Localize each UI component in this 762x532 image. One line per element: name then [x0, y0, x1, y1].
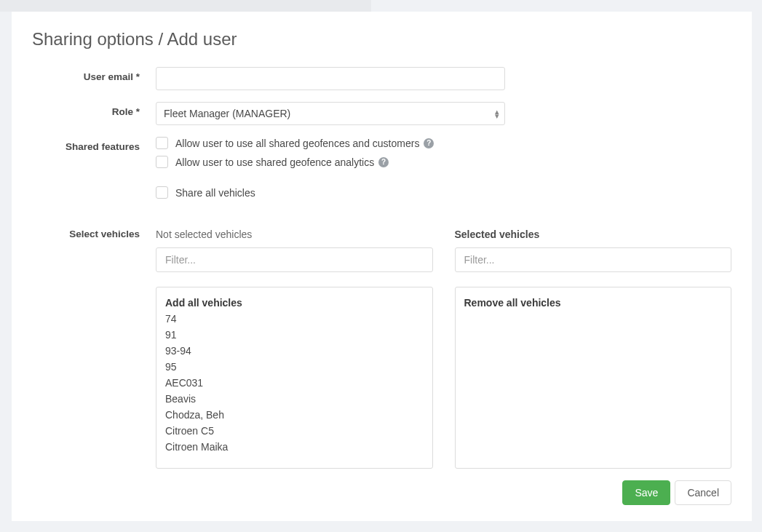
save-button[interactable]: Save	[622, 480, 670, 505]
row-user-email: User email *	[32, 67, 731, 90]
user-email-input[interactable]	[156, 67, 505, 90]
not-selected-listbox[interactable]: Add all vehicles 749193-9495AEC031Beavis…	[156, 287, 433, 469]
list-item[interactable]: 74	[156, 311, 432, 327]
checkbox-analytics[interactable]	[156, 156, 168, 168]
add-all-vehicles[interactable]: Add all vehicles	[156, 295, 432, 311]
selected-filter-input[interactable]	[455, 247, 732, 272]
list-item[interactable]: 93-94	[156, 343, 432, 359]
row-shared-features: Shared features Allow user to use all sh…	[32, 137, 731, 205]
list-item[interactable]: 91	[156, 327, 432, 343]
checkbox-geofences-label: Allow user to use all shared geofences a…	[175, 138, 419, 149]
selected-header: Selected vehicles	[455, 229, 732, 240]
checkbox-row-geofences: Allow user to use all shared geofences a…	[156, 137, 731, 149]
help-icon[interactable]: ?	[378, 157, 389, 167]
checkbox-row-shareall: Share all vehicles	[156, 186, 731, 199]
selected-listbox[interactable]: Remove all vehicles	[455, 287, 732, 469]
list-item[interactable]: 95	[156, 359, 432, 375]
shared-features-group: Allow user to use all shared geofences a…	[156, 137, 731, 205]
label-select-vehicles: Select vehicles	[32, 229, 156, 239]
backdrop-strip	[0, 0, 371, 12]
footer-actions: Save Cancel	[622, 480, 731, 505]
list-item[interactable]: Citroen C5	[156, 423, 432, 439]
not-selected-column: Not selected vehicles Add all vehicles 7…	[156, 229, 433, 469]
wrap-role: Fleet Manager (MANAGER) ▴▾	[156, 102, 505, 125]
checkbox-share-all-label: Share all vehicles	[175, 187, 255, 199]
role-select-wrap: Fleet Manager (MANAGER) ▴▾	[156, 102, 505, 125]
checkbox-row-analytics: Allow user to use shared geofence analyt…	[156, 156, 731, 168]
checkbox-share-all[interactable]	[156, 186, 168, 199]
not-selected-filter-input[interactable]	[156, 247, 433, 272]
help-icon[interactable]: ?	[424, 138, 434, 148]
sharing-options-modal: Sharing options / Add user User email * …	[12, 12, 752, 521]
row-role: Role * Fleet Manager (MANAGER) ▴▾	[32, 102, 731, 125]
wrap-user-email	[156, 67, 505, 90]
checkbox-analytics-label: Allow user to use shared geofence analyt…	[175, 156, 374, 168]
selected-column: Selected vehicles Remove all vehicles	[455, 229, 732, 469]
role-select[interactable]: Fleet Manager (MANAGER)	[156, 102, 505, 125]
vehicles-section: Select vehicles Not selected vehicles Ad…	[32, 229, 731, 469]
not-selected-header: Not selected vehicles	[156, 229, 433, 240]
checkbox-geofences[interactable]	[156, 137, 168, 149]
list-item[interactable]: Citroen Maika	[156, 439, 432, 455]
vehicles-columns: Not selected vehicles Add all vehicles 7…	[156, 229, 731, 469]
list-item[interactable]: AEC031	[156, 375, 432, 391]
label-shared-features: Shared features	[32, 137, 156, 152]
remove-all-vehicles[interactable]: Remove all vehicles	[456, 295, 731, 311]
label-role: Role *	[32, 102, 156, 117]
list-item[interactable]: Chodza, Beh	[156, 407, 432, 423]
cancel-button[interactable]: Cancel	[675, 480, 731, 505]
label-user-email: User email *	[32, 67, 156, 82]
page-title: Sharing options / Add user	[32, 29, 731, 49]
list-item[interactable]: Beavis	[156, 391, 432, 407]
